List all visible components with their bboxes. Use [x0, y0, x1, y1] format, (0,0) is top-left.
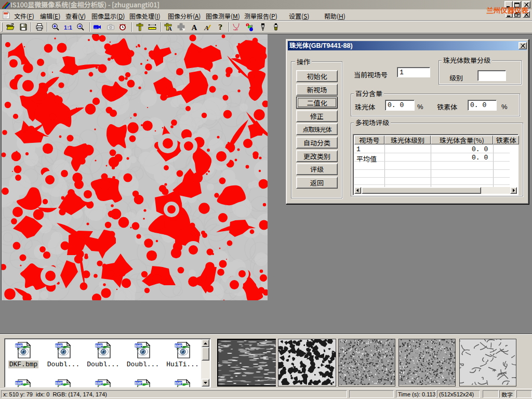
svg-text:BMP: BMP: [15, 381, 23, 385]
svg-text:A: A: [168, 26, 172, 32]
svg-text:BMP: BMP: [55, 381, 63, 385]
svg-text:BMP: BMP: [175, 381, 182, 385]
svg-text:DOC: DOC: [4, 12, 8, 15]
svg-text:BMP: BMP: [95, 344, 103, 348]
svg-text:BMP: BMP: [135, 344, 142, 348]
svg-text:BMP: BMP: [175, 344, 182, 348]
svg-text:1:1: 1:1: [64, 24, 72, 31]
svg-text:BMP: BMP: [55, 344, 63, 348]
svg-text:BMP: BMP: [135, 381, 142, 385]
svg-text:A: A: [192, 23, 197, 32]
svg-text:BMP: BMP: [15, 344, 23, 348]
svg-text:BMP: BMP: [95, 381, 103, 385]
svg-text:3: 3: [250, 24, 252, 28]
svg-text:?: ?: [218, 23, 222, 31]
